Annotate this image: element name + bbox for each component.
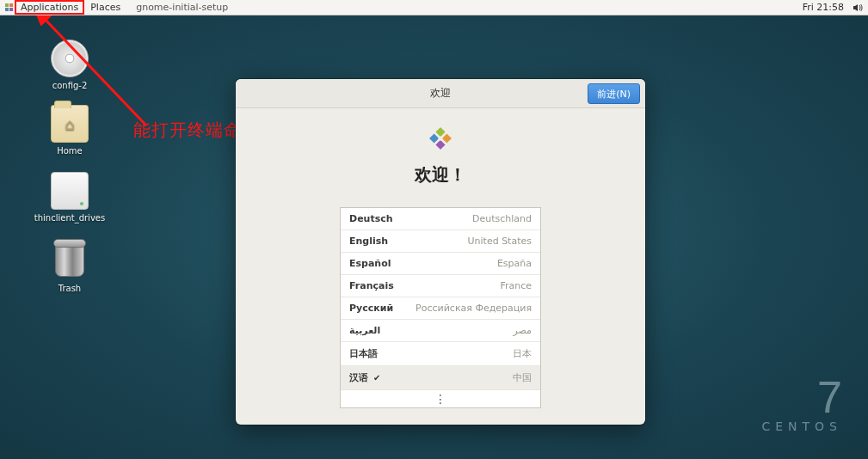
language-name: 汉语✔ [349,371,380,384]
icon-label: Home [31,146,108,156]
dialog-title: 欢迎 [430,86,451,101]
language-row[interactable]: EnglishUnited States [341,230,540,253]
language-name: Русский [349,303,393,314]
places-menu[interactable]: Places [85,1,126,14]
language-country: 中国 [513,371,532,384]
language-row[interactable]: РусскийРоссийская Федерация [341,297,540,320]
language-row[interactable]: 日本語日本 [341,342,540,366]
svg-rect-2 [5,8,9,11]
language-country: United States [468,236,532,247]
distro-logo-icon [5,3,14,12]
svg-rect-1 [9,3,13,7]
svg-rect-3 [9,8,13,11]
language-row[interactable]: العربيةمصر [341,320,540,342]
language-list: DeutschDeutschlandEnglishUnited StatesEs… [340,207,541,408]
more-languages-button[interactable]: ⋮ [341,390,540,407]
svg-rect-5 [435,127,445,137]
centos-version: 7 [761,377,842,418]
svg-point-9 [438,136,442,140]
dialog-header: 欢迎 前进(N) [236,79,645,108]
trash-icon [51,242,89,280]
language-name: English [349,236,388,247]
svg-rect-6 [442,133,452,143]
svg-rect-8 [435,140,445,150]
icon-label: Trash [31,284,108,293]
clock[interactable]: Fri 21:58 [803,2,844,13]
active-app-title: gnome-initial-setup [127,1,237,14]
language-name: Español [349,258,391,269]
next-button[interactable]: 前进(N) [588,83,640,104]
volume-icon[interactable] [853,3,863,13]
icon-label: config-2 [31,81,108,90]
welcome-dialog: 欢迎 前进(N) 欢迎！ DeutschDeutschlandEnglishUn… [236,79,645,425]
svg-rect-7 [429,133,439,143]
drive-icon [51,172,89,210]
desktop-icon-config2[interactable]: config-2 [31,40,108,90]
desktop-icon-home[interactable]: ⌂ Home [31,105,108,156]
language-name: 日本語 [349,347,378,360]
centos-name: CENTOS [761,419,842,433]
welcome-heading: 欢迎！ [415,163,466,187]
language-row[interactable]: EspañolEspaña [341,253,540,275]
dialog-body: 欢迎！ DeutschDeutschlandEnglishUnited Stat… [236,108,645,425]
language-country: مصر [513,325,532,336]
checkmark-icon: ✔ [373,373,380,382]
language-name: Français [349,280,394,291]
centos-watermark: 7 CENTOS [761,377,842,433]
language-country: 日本 [513,347,532,360]
applications-menu[interactable]: Applications [15,1,83,14]
centos-logo-icon [422,120,459,156]
svg-rect-0 [5,3,9,7]
top-panel: Applications Places gnome-initial-setup … [0,0,868,15]
language-row[interactable]: 汉语✔中国 [341,366,540,390]
desktop-icon-thinclient[interactable]: thinclient_drives [31,172,108,223]
optical-disc-icon [51,40,89,77]
language-country: Deutschland [472,213,532,224]
folder-icon: ⌂ [51,105,89,143]
desktop-icon-trash[interactable]: Trash [31,242,108,293]
language-country: España [497,258,532,269]
icon-label: thinclient_drives [31,213,108,223]
language-country: France [500,280,532,291]
language-country: Российская Федерация [416,303,532,314]
language-name: Deutsch [349,213,393,224]
language-row[interactable]: DeutschDeutschland [341,208,540,230]
language-row[interactable]: FrançaisFrance [341,275,540,297]
language-name: العربية [349,325,380,336]
